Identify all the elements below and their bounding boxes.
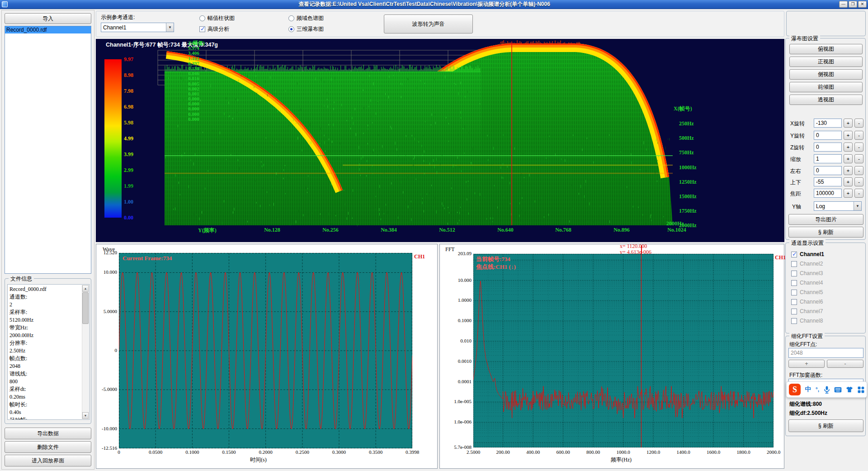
close-button[interactable]: ✕: [858, 1, 867, 8]
export-image-button[interactable]: 导出图片: [788, 214, 863, 225]
spinner-minus-button[interactable]: -: [854, 166, 863, 175]
spinner-input-焦距[interactable]: 100000: [814, 189, 842, 198]
fft-refresh-button[interactable]: § 刷新: [788, 419, 863, 432]
wave-y-tick: 0: [96, 347, 117, 353]
spinner-minus-button[interactable]: -: [854, 189, 863, 198]
yaxis-select[interactable]: Log ▼: [814, 201, 862, 211]
channel-label: Channel2: [800, 261, 823, 267]
channel-checkbox-row[interactable]: Channel4: [791, 280, 823, 286]
spinner-input-Y旋转[interactable]: 0: [814, 131, 842, 140]
delete-file-button[interactable]: 删除文件: [5, 441, 91, 453]
toolbar-option-频域色谱图[interactable]: 频域色谱图: [288, 14, 324, 22]
export-data-button[interactable]: 导出数据: [5, 428, 91, 439]
wave-plot-area[interactable]: Current Frame:734: [119, 253, 412, 448]
wave-y-tick: 12.520: [96, 250, 117, 255]
microphone-icon[interactable]: [824, 386, 830, 394]
chinese-mode-icon[interactable]: 中: [805, 385, 811, 394]
checkbox-icon[interactable]: [791, 318, 797, 324]
channel-label: Channel8: [800, 318, 823, 324]
chevron-down-icon[interactable]: ▼: [166, 23, 174, 32]
checkbox-icon[interactable]: [791, 299, 797, 305]
channel-checkbox-row[interactable]: Channel8: [791, 318, 823, 324]
enter-replay-button[interactable]: 进入回放界面: [5, 455, 91, 466]
waterfall-panel[interactable]: Channel1-序号:677 帧号:734 最大值:9.347g Z(幅值)9…: [96, 39, 784, 242]
file-info-line: 分辨率:: [9, 339, 81, 347]
spinner-input-缩放[interactable]: 1: [814, 154, 842, 163]
checkbox-icon[interactable]: [791, 252, 797, 257]
spinner-minus-button[interactable]: -: [854, 177, 863, 186]
spinner-minus-button[interactable]: -: [854, 131, 863, 140]
fft-points-minus-button[interactable]: -: [827, 360, 863, 368]
spinner-plus-button[interactable]: +: [844, 154, 853, 163]
spinner-minus-button[interactable]: -: [854, 154, 863, 163]
colorbar-tick: 3.99: [124, 151, 133, 158]
waterfall-refresh-button[interactable]: § 刷新: [788, 227, 863, 238]
wave-y-tick: -5.0000: [96, 386, 117, 392]
file-info-line: 2.50Hz: [9, 347, 81, 355]
toolbar-option-高级分析[interactable]: 高级分析: [199, 25, 229, 33]
file-list[interactable]: Record_0000.rdf: [5, 26, 91, 274]
view-button-4[interactable]: 前倾图: [789, 82, 863, 92]
radio-icon[interactable]: [199, 15, 205, 21]
keyboard-icon[interactable]: [834, 387, 842, 393]
punctuation-icon[interactable]: °,: [816, 386, 819, 393]
spinner-input-上下[interactable]: -55: [814, 177, 842, 186]
checkbox-icon[interactable]: [791, 280, 797, 286]
spinner-plus-button[interactable]: +: [844, 177, 853, 186]
file-info-line: 帧时长:: [9, 401, 81, 409]
channel-checkbox-row[interactable]: Channel5: [791, 289, 823, 295]
wave-x-tick: 0.3998: [406, 449, 419, 455]
ime-toolbar[interactable]: S 中 °,: [786, 381, 867, 398]
view-button-1[interactable]: 俯视图: [789, 44, 863, 54]
checkbox-icon[interactable]: [791, 290, 797, 295]
toolbar-option-幅值柱状图[interactable]: 幅值柱状图: [199, 14, 235, 22]
file-info-scrollbar[interactable]: ▲ ▼: [82, 285, 89, 419]
import-button[interactable]: 导入: [5, 13, 91, 24]
radio-icon[interactable]: [288, 26, 294, 32]
sogou-logo[interactable]: S: [789, 384, 801, 395]
fft-df-info: 细化df:2.500Hz: [789, 409, 827, 417]
spinner-minus-button[interactable]: -: [854, 119, 863, 128]
fft-points-input[interactable]: 2048: [788, 348, 863, 358]
spinner-plus-button[interactable]: +: [844, 131, 853, 140]
channel-checkbox-row[interactable]: Channel6: [791, 299, 823, 305]
channel-checkbox-row[interactable]: Channel1: [791, 251, 824, 257]
chevron-down-icon[interactable]: ▼: [854, 202, 861, 210]
radio-icon[interactable]: [288, 15, 294, 21]
z-axis-tick: 0.005: [188, 81, 205, 86]
spinner-input-X旋转[interactable]: -130: [814, 119, 842, 128]
scroll-thumb[interactable]: [82, 292, 89, 324]
spinner-plus-button[interactable]: +: [844, 189, 853, 198]
spinner-plus-button[interactable]: +: [844, 166, 853, 175]
toolbox-icon[interactable]: [858, 386, 864, 393]
maximize-button[interactable]: ❐: [849, 1, 857, 8]
skin-icon[interactable]: [846, 386, 853, 393]
fft-points-plus-button[interactable]: +: [788, 360, 825, 368]
channel-checkbox-row[interactable]: Channel7: [791, 308, 823, 314]
wave-to-sound-button[interactable]: 波形转为声音: [384, 14, 473, 33]
spinner-minus-button[interactable]: -: [854, 143, 863, 152]
channel-checkbox-row[interactable]: Channel2: [791, 261, 823, 267]
checkbox-icon[interactable]: [791, 271, 797, 276]
fft-cursor-line-top: [641, 245, 642, 254]
checkbox-icon[interactable]: [791, 309, 797, 314]
spinner-plus-button[interactable]: +: [844, 143, 853, 152]
spinner-input-Z旋转[interactable]: 0: [814, 143, 842, 152]
toolbar-option-三维瀑布图[interactable]: 三维瀑布图: [288, 25, 324, 33]
channel-select[interactable]: Channel1 ▼: [101, 23, 174, 32]
minimize-button[interactable]: —: [839, 1, 848, 8]
view-button-3[interactable]: 侧视图: [789, 69, 863, 80]
scroll-down-icon[interactable]: ▼: [82, 412, 89, 419]
file-info-line: 800: [9, 378, 81, 385]
checkbox-icon[interactable]: [199, 26, 205, 32]
channel-checkbox-row[interactable]: Channel3: [791, 270, 823, 276]
spinner-input-左右[interactable]: 0: [814, 166, 842, 175]
fft-plot-area[interactable]: 当前帧号:734 焦点线:CH1 (↓): [473, 254, 774, 447]
view-button-2[interactable]: 正视图: [789, 57, 863, 67]
view-button-5[interactable]: 透视图: [789, 95, 863, 105]
scroll-up-icon[interactable]: ▲: [82, 285, 89, 292]
spinner-plus-button[interactable]: +: [844, 119, 853, 128]
file-list-item[interactable]: Record_0000.rdf: [5, 26, 91, 33]
checkbox-icon[interactable]: [791, 261, 797, 267]
fft-y-tick: 0.1000: [440, 318, 472, 323]
